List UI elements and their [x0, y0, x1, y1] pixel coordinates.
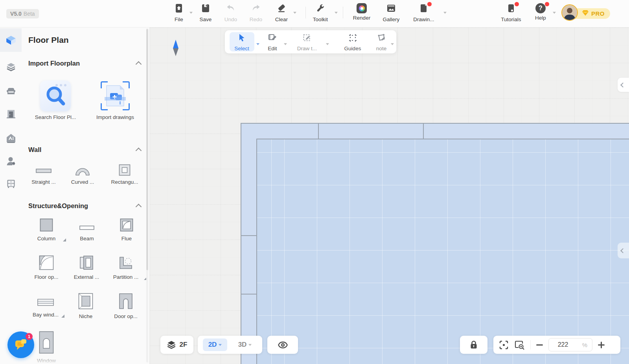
drawing-button[interactable]: Drawin... — [409, 3, 439, 22]
rail-item-ai-design[interactable] — [0, 126, 22, 150]
right-panel-collapse-tab[interactable] — [618, 78, 629, 92]
draw-tool[interactable]: Draw t... — [292, 33, 322, 51]
library-item-label: Door op... — [114, 313, 137, 319]
guides-icon — [348, 33, 358, 44]
edit-caret-icon[interactable] — [284, 43, 287, 45]
visibility-button[interactable] — [267, 336, 298, 354]
library-item-column[interactable]: Column — [23, 218, 70, 241]
rail-item-profile[interactable] — [0, 149, 22, 173]
panel-title: Floor Plan — [28, 35, 69, 45]
view-2d-button[interactable]: 2D — [203, 338, 227, 351]
floorplan-floor-area[interactable] — [256, 139, 629, 364]
toolkit-button[interactable]: Toolkit — [305, 3, 335, 22]
clear-button[interactable]: Clear — [267, 3, 296, 22]
rail-item-floorplan-library[interactable] — [0, 55, 22, 79]
section-collapse-chevron-icon[interactable] — [136, 61, 142, 68]
zoom-in-button[interactable] — [598, 342, 605, 348]
view-3d-button[interactable]: 3D — [232, 338, 257, 351]
rail-item-storage[interactable] — [0, 172, 22, 196]
library-item-label: Window — [37, 358, 56, 364]
library-item-label: Floor op... — [35, 274, 59, 280]
library-item-rectangular-wall[interactable]: Rectangu... — [101, 164, 148, 185]
draw-caret-icon[interactable] — [326, 43, 329, 45]
view-mode-toggle: 2D 3D — [198, 336, 262, 354]
edit-tool[interactable]: Edit — [257, 33, 287, 51]
gem-icon — [582, 10, 589, 18]
partition-icon — [118, 255, 133, 271]
lock-button[interactable] — [460, 336, 487, 354]
rail-item-furniture[interactable] — [0, 79, 22, 103]
clear-caret-icon[interactable] — [293, 12, 296, 14]
ai-home-icon — [6, 133, 17, 144]
library-item-flue[interactable]: Flue — [103, 218, 150, 241]
compass-north-icon — [173, 40, 178, 48]
library-item-import-drawings[interactable]: Import drawings — [92, 80, 139, 120]
render-label: Render — [353, 15, 370, 21]
library-item-search-floor-plans[interactable]: Search Floor Pl... — [32, 80, 79, 120]
rail-item-door-models[interactable] — [0, 102, 22, 126]
pro-label: PRO — [591, 10, 605, 17]
note-tool[interactable]: note — [366, 33, 396, 51]
compass-south-icon — [173, 48, 178, 56]
library-item-curved-wall[interactable]: Curved ... — [59, 162, 106, 185]
rail-item-floor-plan[interactable] — [0, 28, 22, 52]
library-item-label: Niche — [79, 313, 93, 319]
redo-label: Redo — [250, 16, 262, 22]
section-collapse-chevron-icon[interactable] — [136, 204, 142, 210]
select-tool[interactable]: Select — [227, 33, 257, 51]
tutorials-notification-dot — [515, 2, 519, 6]
help-caret-icon[interactable] — [553, 12, 556, 14]
fit-to-view-icon[interactable] — [499, 340, 509, 350]
door-opening-icon — [119, 293, 133, 310]
drawing-caret-icon[interactable] — [443, 12, 447, 14]
floor-selector-button[interactable]: 2F — [160, 336, 193, 354]
zoom-to-area-icon[interactable] — [514, 340, 525, 350]
zoom-level-input[interactable] — [554, 341, 572, 348]
toolkit-label: Toolkit — [313, 16, 328, 22]
tutorials-button[interactable]: Tutorials — [496, 3, 526, 22]
view-2d-caret-icon — [219, 344, 222, 346]
note-caret-icon[interactable] — [391, 43, 394, 45]
library-item-label: Straight ... — [31, 179, 56, 185]
gallery-icon — [386, 3, 396, 15]
section-collapse-chevron-icon[interactable] — [136, 148, 142, 154]
toolkit-caret-icon[interactable] — [335, 12, 338, 14]
draw-label: Draw t... — [297, 46, 317, 51]
guides-tool[interactable]: Guides — [338, 33, 368, 51]
window-icon — [39, 331, 54, 355]
curved-wall-icon — [74, 162, 91, 176]
rectangular-wall-icon — [119, 164, 131, 176]
drawing-label: Drawin... — [413, 16, 434, 22]
gallery-button[interactable]: Gallery — [376, 3, 406, 22]
canvas[interactable] — [150, 27, 629, 364]
render-button[interactable]: Render — [347, 3, 377, 21]
version-channel: Beta — [24, 11, 35, 17]
edit-label: Edit — [268, 46, 277, 51]
library-item-label: External ... — [74, 274, 99, 280]
draw-icon — [302, 33, 312, 44]
lock-icon — [469, 340, 479, 350]
file-label: File — [175, 16, 183, 22]
column-icon — [40, 218, 53, 232]
sidebar-scrollbar-thumb[interactable] — [146, 29, 148, 270]
floor-opening-icon — [39, 255, 54, 271]
sidebar-scrollbar[interactable] — [146, 28, 148, 362]
tutorials-label: Tutorials — [501, 16, 521, 22]
library-item-label: Search Floor Pl... — [35, 114, 76, 120]
library-item-label: Bay wind... — [33, 312, 59, 318]
user-avatar[interactable] — [561, 4, 578, 21]
view-3d-label: 3D — [238, 341, 247, 349]
cursor-icon — [237, 33, 247, 44]
library-item-door-opening[interactable]: Door op... — [102, 293, 149, 319]
zoom-out-button[interactable] — [536, 344, 543, 346]
right-panel-collapse-tab-2[interactable] — [618, 243, 629, 258]
top-toolbar: V5.0Beta File Save Undo Redo Clear — [0, 0, 629, 27]
external-window-icon — [79, 255, 94, 271]
select-label: Select — [234, 46, 249, 51]
library-item-partition[interactable]: Partition ... — [102, 255, 149, 280]
version-badge: V5.0Beta — [6, 9, 39, 18]
help-button[interactable]: ? Help — [526, 3, 555, 21]
section-title-import-floorplan: Import Floorplan — [28, 60, 80, 67]
version-number: V5.0 — [10, 11, 22, 17]
chat-support-button[interactable]: 1 — [7, 331, 34, 358]
